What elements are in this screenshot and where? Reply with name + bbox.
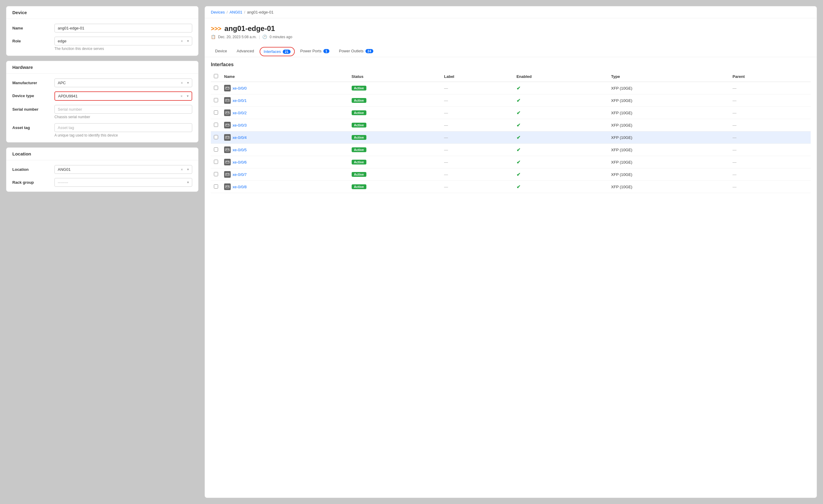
iface-name-link[interactable]: xe-0/0/1 xyxy=(232,98,246,103)
role-arrow-icon[interactable]: ▼ xyxy=(184,39,192,43)
iface-parent-cell: — xyxy=(729,181,811,193)
device-arrow-icon: >>> xyxy=(211,25,221,32)
tabs-bar: DeviceAdvancedInterfaces21Power Ports1Po… xyxy=(205,46,817,57)
row-checkbox[interactable] xyxy=(214,135,218,139)
iface-name-link[interactable]: xe-0/0/2 xyxy=(232,111,246,115)
serial-number-input[interactable] xyxy=(54,105,192,114)
iface-enabled-cell: ✔ xyxy=(513,95,608,107)
hardware-card: Hardware Manufacturer APC × ▼ Device typ… xyxy=(6,61,198,143)
iface-parent: — xyxy=(732,148,736,152)
iface-name-link[interactable]: xe-0/0/4 xyxy=(232,135,246,140)
device-type-select[interactable]: APDU9941 × ▼ xyxy=(54,92,192,101)
svg-rect-1 xyxy=(226,88,227,88)
iface-parent: — xyxy=(732,98,736,103)
tab-badge-power-outlets: 24 xyxy=(365,49,373,53)
iface-name-link[interactable]: xe-0/0/3 xyxy=(232,123,246,128)
device-type-arrow-icon[interactable]: ▼ xyxy=(184,95,192,98)
iface-name-link[interactable]: xe-0/0/6 xyxy=(232,160,246,164)
iface-status-cell: Active xyxy=(349,119,441,131)
tab-interfaces[interactable]: Interfaces21 xyxy=(260,47,295,56)
iface-parent-cell: — xyxy=(729,144,811,156)
location-arrow-icon[interactable]: ▼ xyxy=(184,168,192,171)
asset-tag-input[interactable] xyxy=(54,123,192,132)
iface-label-cell: — xyxy=(441,168,513,181)
iface-name-cell: xe-0/0/5 xyxy=(221,144,349,156)
svg-rect-0 xyxy=(225,87,229,89)
enabled-checkmark: ✔ xyxy=(516,110,520,116)
svg-rect-7 xyxy=(226,112,227,113)
serial-number-label: Serial number xyxy=(12,105,54,112)
iface-icon xyxy=(224,171,231,178)
tab-power-ports[interactable]: Power Ports1 xyxy=(296,46,334,57)
iface-label: — xyxy=(444,148,448,152)
iface-parent-cell: — xyxy=(729,156,811,168)
breadcrumb-devices[interactable]: Devices xyxy=(211,10,225,14)
status-badge: Active xyxy=(352,98,366,103)
svg-rect-26 xyxy=(228,186,228,187)
row-checkbox[interactable] xyxy=(214,86,218,90)
iface-name-link[interactable]: xe-0/0/8 xyxy=(232,185,246,189)
iface-parent: — xyxy=(732,185,736,189)
row-checkbox-cell xyxy=(211,181,221,193)
iface-type-cell: XFP (10GE) xyxy=(608,131,730,144)
location-card-body: Location ANG01 × ▼ Rack group -------- ▼ xyxy=(6,160,198,192)
row-checkbox[interactable] xyxy=(214,172,218,176)
name-label: Name xyxy=(12,24,54,30)
device-type-row: Device type APDU9941 × ▼ xyxy=(12,92,192,101)
iface-icon xyxy=(224,159,231,165)
role-clear-icon[interactable]: × xyxy=(180,39,184,43)
iface-icon xyxy=(224,97,231,104)
row-checkbox[interactable] xyxy=(214,147,218,152)
status-badge: Active xyxy=(352,172,366,177)
iface-enabled-cell: ✔ xyxy=(513,156,608,168)
row-checkbox[interactable] xyxy=(214,110,218,115)
tab-advanced[interactable]: Advanced xyxy=(232,46,259,57)
svg-rect-25 xyxy=(226,186,227,187)
breadcrumb-ang01[interactable]: ANG01 xyxy=(229,10,242,14)
device-header: >>> ang01-edge-01 📋 Dec. 20, 2023 5:08 a… xyxy=(205,18,817,46)
manufacturer-clear-icon[interactable]: × xyxy=(180,81,184,85)
iface-name-link[interactable]: xe-0/0/5 xyxy=(232,148,246,152)
iface-parent-cell: — xyxy=(729,82,811,95)
row-checkbox[interactable] xyxy=(214,98,218,102)
row-checkbox-cell xyxy=(211,144,221,156)
asset-tag-row: Asset tag A unique tag used to identify … xyxy=(12,123,192,137)
svg-rect-10 xyxy=(226,125,227,125)
role-select[interactable]: edge × ▼ xyxy=(54,37,192,45)
device-type-label: Device type xyxy=(12,92,54,98)
svg-rect-2 xyxy=(228,88,228,88)
device-type-clear-icon[interactable]: × xyxy=(179,94,184,98)
table-row: xe-0/0/1 Active—✔XFP (10GE)— xyxy=(211,95,811,107)
iface-name-link[interactable]: xe-0/0/0 xyxy=(232,86,246,91)
location-clear-icon[interactable]: × xyxy=(180,167,184,172)
iface-label: — xyxy=(444,123,448,128)
manufacturer-select[interactable]: APC × ▼ xyxy=(54,78,192,87)
status-badge: Active xyxy=(352,123,366,128)
rack-group-arrow-icon[interactable]: ▼ xyxy=(184,181,192,184)
row-checkbox-cell xyxy=(211,156,221,168)
manufacturer-arrow-icon[interactable]: ▼ xyxy=(184,81,192,85)
device-type-control: APDU9941 × ▼ xyxy=(54,92,192,101)
iface-parent: — xyxy=(732,160,736,164)
iface-type-cell: XFP (10GE) xyxy=(608,181,730,193)
left-panel: Device Name Role edge × ▼ The function t… xyxy=(6,6,198,498)
iface-name-link[interactable]: xe-0/0/7 xyxy=(232,172,246,177)
iface-enabled-cell: ✔ xyxy=(513,144,608,156)
row-checkbox[interactable] xyxy=(214,160,218,164)
row-checkbox[interactable] xyxy=(214,184,218,189)
select-all-col xyxy=(211,71,221,82)
location-control: ANG01 × ▼ xyxy=(54,165,192,174)
serial-number-hint: Chassis serial number xyxy=(54,115,192,119)
name-input[interactable] xyxy=(54,24,192,32)
tab-device[interactable]: Device xyxy=(211,46,231,57)
tab-power-outlets[interactable]: Power Outlets24 xyxy=(335,46,377,57)
status-badge: Active xyxy=(352,86,366,91)
iface-type-cell: XFP (10GE) xyxy=(608,82,730,95)
svg-rect-13 xyxy=(226,137,227,137)
select-all-checkbox[interactable] xyxy=(214,74,218,78)
row-checkbox-cell xyxy=(211,107,221,119)
location-select[interactable]: ANG01 × ▼ xyxy=(54,165,192,174)
row-checkbox[interactable] xyxy=(214,123,218,127)
svg-rect-15 xyxy=(225,149,229,151)
rack-group-select[interactable]: -------- ▼ xyxy=(54,178,192,187)
